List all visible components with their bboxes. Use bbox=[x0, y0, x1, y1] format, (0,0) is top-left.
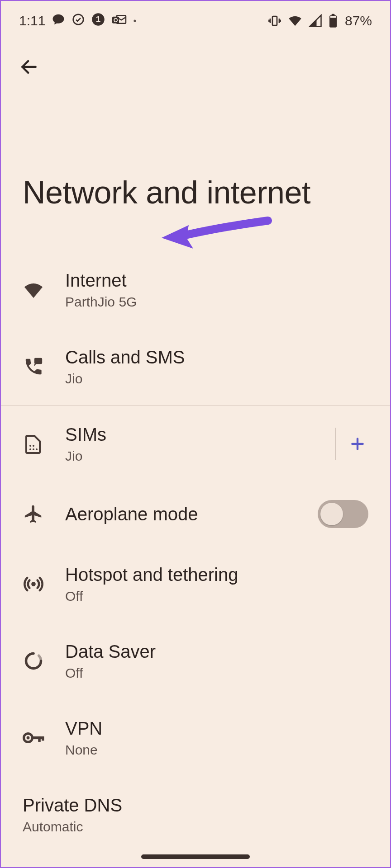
vibrate-icon bbox=[268, 14, 281, 28]
item-title: Hotspot and tethering bbox=[65, 564, 368, 585]
settings-list: Internet ParthJio 5G Calls and SMS Jio S… bbox=[1, 251, 390, 868]
item-title: Private DNS bbox=[23, 795, 368, 816]
battery-percent: 87% bbox=[345, 13, 372, 28]
settings-item-datasaver[interactable]: Data Saver Off bbox=[1, 623, 390, 699]
svg-rect-20 bbox=[38, 736, 40, 742]
status-time: 1:11 bbox=[19, 13, 45, 28]
chat-bubble-icon bbox=[52, 13, 65, 29]
svg-point-12 bbox=[33, 445, 34, 447]
item-subtitle: Off bbox=[65, 589, 368, 604]
plus-icon bbox=[348, 435, 367, 453]
navigation-handle[interactable] bbox=[141, 854, 250, 859]
add-sim-button[interactable] bbox=[347, 433, 368, 455]
back-button[interactable] bbox=[16, 54, 42, 80]
item-subtitle: Off bbox=[65, 665, 368, 681]
item-subtitle: ParthJio 5G bbox=[65, 294, 368, 310]
settings-item-aeroplane[interactable]: Aeroplane mode bbox=[1, 482, 390, 546]
page-title: Network and internet bbox=[1, 80, 390, 251]
svg-point-15 bbox=[36, 448, 38, 450]
svg-point-13 bbox=[29, 448, 31, 450]
hotspot-icon bbox=[23, 574, 44, 594]
item-title: Data Saver bbox=[65, 641, 368, 662]
status-bar-left: 1:11 1 O • bbox=[19, 13, 136, 29]
wifi-icon bbox=[288, 14, 302, 28]
more-notifications-dot-icon: • bbox=[133, 16, 136, 25]
item-title: Calls and SMS bbox=[65, 347, 368, 368]
outlook-icon: O bbox=[111, 13, 127, 29]
status-bar: 1:11 1 O • 87% bbox=[1, 1, 390, 33]
item-subtitle: Automatic bbox=[23, 819, 368, 835]
settings-item-calls-sms[interactable]: Calls and SMS Jio bbox=[1, 328, 390, 405]
vertical-separator bbox=[335, 428, 336, 460]
toggle-knob bbox=[320, 503, 343, 525]
item-title: Internet bbox=[65, 270, 368, 291]
status-bar-right: 87% bbox=[268, 13, 372, 28]
svg-point-16 bbox=[31, 582, 36, 586]
settings-item-internet[interactable]: Internet ParthJio 5G bbox=[1, 251, 390, 328]
cellular-signal-icon bbox=[309, 14, 322, 28]
airplane-icon bbox=[23, 504, 44, 524]
data-saver-icon bbox=[23, 651, 44, 671]
svg-rect-9 bbox=[330, 16, 336, 18]
battery-icon bbox=[329, 14, 338, 28]
svg-text:O: O bbox=[114, 17, 118, 23]
svg-point-18 bbox=[27, 736, 30, 740]
vpn-key-icon bbox=[23, 730, 44, 746]
aeroplane-toggle[interactable] bbox=[318, 500, 368, 528]
svg-point-11 bbox=[29, 445, 31, 447]
cloud-check-icon bbox=[72, 13, 85, 29]
phone-sms-icon bbox=[23, 356, 44, 377]
wifi-icon bbox=[23, 279, 44, 301]
item-subtitle: Jio bbox=[65, 448, 315, 464]
notification-badge-1-icon: 1 bbox=[91, 13, 105, 29]
item-subtitle: None bbox=[65, 742, 368, 758]
svg-rect-21 bbox=[42, 736, 44, 741]
arrow-left-icon bbox=[19, 57, 39, 77]
item-title: VPN bbox=[65, 718, 368, 739]
settings-item-vpn[interactable]: VPN None bbox=[1, 699, 390, 776]
svg-rect-10 bbox=[34, 358, 42, 364]
svg-text:1: 1 bbox=[96, 14, 100, 24]
item-title: SIMs bbox=[65, 424, 315, 445]
item-subtitle: Jio bbox=[65, 371, 368, 387]
item-title: Aeroplane mode bbox=[65, 504, 297, 524]
settings-item-hotspot[interactable]: Hotspot and tethering Off bbox=[1, 546, 390, 623]
settings-item-private-dns[interactable]: Private DNS Automatic bbox=[1, 776, 390, 853]
svg-rect-8 bbox=[332, 14, 335, 16]
sim-card-icon bbox=[23, 433, 44, 455]
settings-item-sims[interactable]: SIMs Jio bbox=[1, 406, 390, 482]
svg-point-14 bbox=[33, 448, 34, 450]
svg-rect-6 bbox=[272, 16, 277, 25]
